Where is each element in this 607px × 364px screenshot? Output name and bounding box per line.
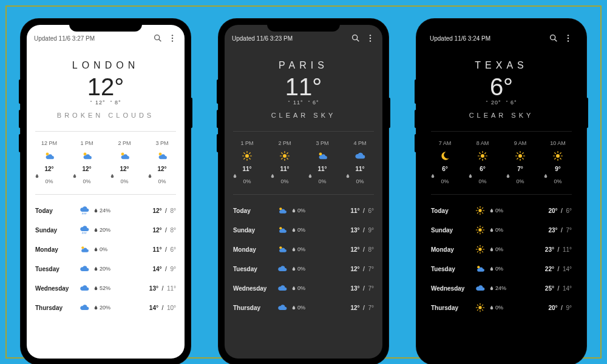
daily-row[interactable]: Sunday 0% 23° / 7°: [431, 220, 572, 240]
divider: [233, 131, 374, 132]
search-icon[interactable]: [153, 33, 164, 43]
hourly-item[interactable]: 2 PM 11° 0%: [270, 140, 299, 184]
daily-row[interactable]: Wednesday 52% 13° / 11°: [35, 278, 176, 298]
svg-line-11: [86, 213, 86, 214]
daily-temps: 12° / 8°: [316, 246, 374, 253]
svg-point-16: [353, 35, 358, 40]
cloud-icon: [273, 264, 291, 274]
hourly-forecast[interactable]: 1 PM 11° 0% 2 PM 11° 0% 3 PM 11° 0% 4 PM…: [225, 135, 382, 190]
daily-day: Wednesday: [431, 285, 471, 292]
daily-row[interactable]: Monday 0% 11° / 6°: [35, 240, 176, 259]
sun-icon: [471, 225, 489, 235]
weather-app-screen: Updated 11/6 3:27 PM LONDON 12° ˄ 12° ˅ …: [27, 25, 185, 359]
divider: [431, 131, 572, 132]
svg-line-36: [287, 158, 288, 160]
daily-row[interactable]: Sunday 20% 12° / 8°: [35, 220, 176, 240]
daily-temps: 20° / 9°: [514, 305, 572, 311]
hourly-item[interactable]: 3 PM 11° 0%: [308, 140, 337, 184]
menu-dots-icon[interactable]: [563, 33, 574, 43]
daily-row[interactable]: Today 24% 12° / 8°: [35, 201, 176, 220]
svg-line-71: [555, 153, 556, 154]
svg-point-103: [478, 306, 481, 309]
daily-temps: 14° / 10°: [118, 305, 176, 311]
svg-line-91: [482, 227, 483, 228]
sun-icon: [471, 244, 489, 254]
daily-precip: 20%: [93, 227, 118, 233]
svg-point-47: [568, 40, 569, 41]
menu-dots-icon[interactable]: [365, 33, 376, 43]
search-icon[interactable]: [351, 33, 362, 43]
hourly-item[interactable]: 1 PM 11° 0%: [232, 140, 262, 184]
daily-day: Today: [233, 207, 273, 214]
daily-row[interactable]: Tuesday 0% 22° / 14°: [431, 259, 572, 278]
cloud-icon: [75, 264, 93, 274]
partly-icon: [35, 150, 64, 162]
svg-line-44: [555, 39, 557, 42]
cloud-icon: [273, 283, 291, 293]
daily-row[interactable]: Tuesday 0% 12° / 7°: [233, 259, 374, 278]
search-icon[interactable]: [549, 33, 560, 43]
cloud-icon: [75, 283, 93, 293]
daily-row[interactable]: Thursday 0% 12° / 7°: [233, 298, 374, 317]
hourly-item[interactable]: 3 PM 12° 0%: [148, 140, 177, 184]
daily-temps: 23° / 7°: [514, 227, 572, 234]
daily-temps: 13° / 7°: [316, 285, 374, 292]
daily-row[interactable]: Monday 0% 23° / 11°: [431, 240, 572, 259]
hourly-temp: 11°: [308, 166, 337, 172]
temp-range: ˄ 20° ˅ 6°: [422, 99, 580, 106]
svg-line-26: [244, 153, 245, 154]
daily-row[interactable]: Monday 0% 12° / 8°: [233, 240, 374, 259]
daily-row[interactable]: Wednesday 24% 25° / 14°: [431, 278, 572, 298]
updated-label: Updated 11/6 3:23 PM: [232, 35, 293, 42]
daily-precip: 0%: [291, 207, 316, 214]
hourly-precip: 0%: [270, 174, 299, 184]
hourly-temp: 7°: [506, 166, 535, 172]
partly-icon: [273, 244, 291, 254]
rain-icon: [75, 206, 93, 215]
condition-label: CLEAR SKY: [225, 112, 382, 119]
svg-line-111: [477, 309, 478, 310]
daily-row[interactable]: Wednesday 0% 13° / 7°: [233, 278, 374, 298]
svg-point-93: [478, 248, 481, 251]
daily-row[interactable]: Thursday 0% 20° / 9°: [431, 298, 572, 317]
daily-row[interactable]: Today 0% 11° / 6°: [233, 201, 374, 220]
daily-row[interactable]: Today 0% 20° / 6°: [431, 201, 572, 220]
svg-point-45: [568, 35, 569, 36]
sun-icon: [471, 206, 489, 215]
hourly-forecast[interactable]: 7 AM 6° 0% 8 AM 6° 0% 9 AM 7° 0% 10 AM 9…: [422, 135, 580, 190]
current-temp: 12°: [27, 73, 185, 101]
hourly-item[interactable]: 7 AM 6° 0%: [430, 140, 459, 184]
daily-precip: 52%: [93, 285, 118, 291]
daily-forecast: Today 0% 20° / 6° Sunday 0% 23° / 7° Mon…: [422, 198, 580, 317]
hourly-item[interactable]: 4 PM 11° 0%: [345, 140, 375, 184]
hourly-forecast[interactable]: 12 PM 12° 0% 1 PM 12° 0% 2 PM 12° 0% 3 P…: [27, 135, 185, 190]
hourly-item[interactable]: 10 AM 9° 0%: [543, 140, 572, 184]
daily-precip: 0%: [489, 266, 514, 272]
daily-day: Today: [35, 207, 75, 214]
daily-precip: 20%: [93, 266, 118, 272]
svg-line-35: [282, 153, 283, 154]
daily-row[interactable]: Sunday 0% 13° / 9°: [233, 220, 374, 240]
hourly-item[interactable]: 2 PM 12° 0%: [110, 140, 139, 184]
svg-line-82: [482, 207, 483, 208]
hourly-time: 3 PM: [148, 140, 177, 146]
daily-day: Thursday: [233, 305, 273, 311]
daily-day: Tuesday: [233, 266, 273, 272]
svg-line-89: [477, 227, 478, 228]
svg-line-74: [555, 158, 556, 160]
hourly-item[interactable]: 9 AM 7° 0%: [506, 140, 535, 184]
daily-day: Monday: [431, 246, 471, 253]
daily-row[interactable]: Tuesday 20% 14° / 9°: [35, 259, 176, 278]
daily-temps: 12° / 7°: [316, 305, 374, 311]
hourly-temp: 11°: [345, 166, 375, 172]
daily-temps: 22° / 14°: [514, 266, 572, 272]
svg-line-28: [249, 153, 251, 154]
hourly-item[interactable]: 12 PM 12° 0%: [35, 140, 64, 184]
menu-dots-icon[interactable]: [168, 33, 178, 43]
hourly-precip: 0%: [345, 174, 375, 184]
hourly-item[interactable]: 8 AM 6° 0%: [468, 140, 497, 184]
hourly-time: 4 PM: [345, 140, 375, 146]
svg-line-99: [482, 251, 483, 252]
daily-row[interactable]: Thursday 20% 14° / 10°: [35, 298, 176, 317]
hourly-item[interactable]: 1 PM 12° 0%: [72, 140, 101, 184]
